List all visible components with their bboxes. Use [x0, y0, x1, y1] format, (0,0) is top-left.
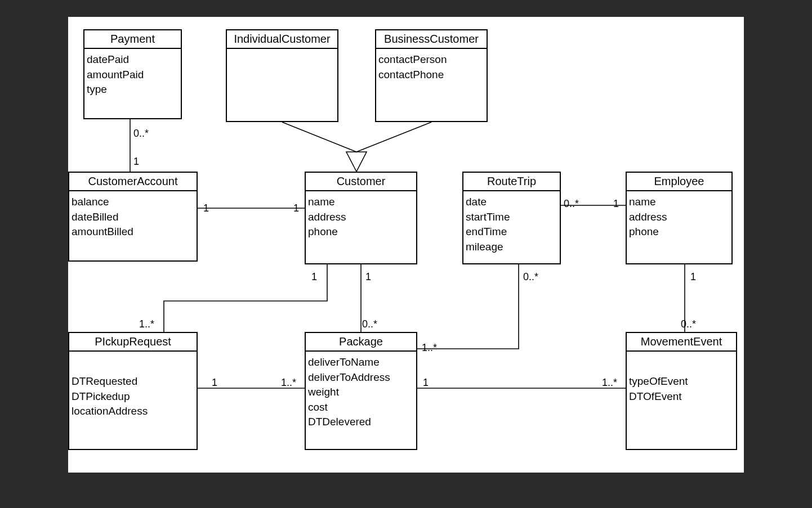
svg-marker-7 [346, 152, 367, 172]
mult: 1..* [281, 377, 296, 389]
svg-line-8 [282, 122, 356, 152]
mult: 1 [311, 271, 317, 283]
mult: 0..* [362, 318, 377, 330]
mult: 1 [613, 198, 619, 210]
mult: 0..* [523, 271, 538, 283]
class-attrs: name address phone [627, 191, 731, 244]
mult: 1 [293, 203, 299, 214]
class-customer-account: CustomerAccount balance dateBilled amoun… [68, 172, 198, 262]
mult: 0..* [564, 198, 579, 210]
class-name: BusinessCustomer [376, 30, 487, 49]
class-name: PIckupRequest [69, 333, 197, 352]
class-name: Package [306, 333, 416, 352]
class-name: Employee [627, 173, 731, 191]
class-name: IndividualCustomer [227, 30, 337, 49]
class-package: Package deliverToName deliverToAddress w… [305, 332, 417, 450]
class-name: CustomerAccount [69, 173, 197, 191]
class-attrs: typeOfEvent DTOfEvent [627, 352, 736, 408]
class-movement-event: MovementEvent typeOfEvent DTOfEvent [626, 332, 737, 450]
mult: 0..* [133, 128, 149, 140]
mult: 1 [423, 377, 429, 389]
class-attrs: balance dateBilled amountBilled [69, 191, 197, 244]
mult: 1 [212, 377, 217, 389]
class-attrs: datePaid amountPaid type [84, 49, 181, 102]
mult: 1..* [602, 377, 617, 389]
class-individual-customer: IndividualCustomer [226, 29, 338, 122]
class-attrs: contactPerson contactPhone [376, 49, 487, 87]
mult: 0..* [681, 318, 696, 330]
mult: 1 [365, 271, 371, 283]
mult: 1 [203, 203, 209, 214]
class-attrs: DTRequested DTPickedup locationAddress [69, 352, 197, 424]
class-attrs: date startTime endTime mileage [463, 191, 560, 259]
class-name: MovementEvent [627, 333, 736, 352]
class-attrs [227, 49, 337, 57]
class-route-trip: RouteTrip date startTime endTime mileage [462, 172, 561, 264]
mult: 1 [133, 156, 139, 168]
class-pickup-request: PIckupRequest DTRequested DTPickedup loc… [68, 332, 198, 450]
svg-line-9 [356, 122, 431, 152]
mult: 1 [690, 271, 696, 283]
class-payment: Payment datePaid amountPaid type [83, 29, 182, 119]
class-business-customer: BusinessCustomer contactPerson contactPh… [375, 29, 488, 122]
class-attrs: name address phone [306, 191, 416, 244]
diagram-canvas: Payment datePaid amountPaid type Individ… [68, 17, 744, 473]
mult: 1..* [422, 342, 437, 354]
class-customer: Customer name address phone [305, 172, 417, 264]
class-name: Payment [84, 30, 181, 49]
class-name: Customer [306, 173, 416, 191]
class-employee: Employee name address phone [626, 172, 733, 264]
class-attrs: deliverToName deliverToAddress weight co… [306, 352, 416, 434]
class-name: RouteTrip [463, 173, 560, 191]
mult: 1..* [139, 318, 154, 330]
